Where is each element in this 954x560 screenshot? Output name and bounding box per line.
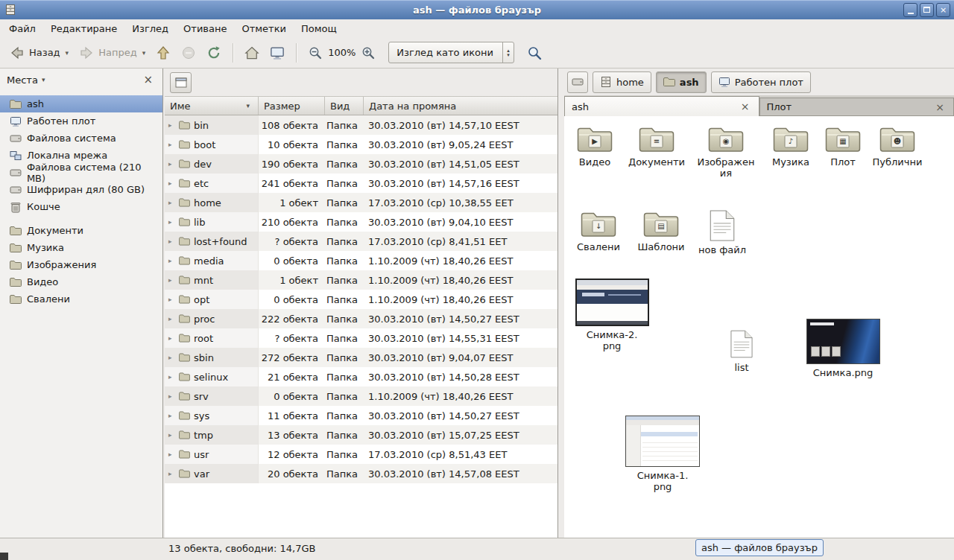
forward-dropdown-icon[interactable]: ▾ [142,49,146,57]
menu-file[interactable]: Файл [1,21,43,36]
expander-icon[interactable]: ▸ [168,431,175,439]
icon-item-templates[interactable]: ▤ Шаблони [631,210,691,252]
file-row-sys[interactable]: ▸sys11 обектаПапка30.03.2010 (вт) 14,50,… [165,406,557,425]
view-mode-select[interactable]: Изглед като икони ▴▾ [388,42,514,63]
pathbar-home-button[interactable]: home [593,71,651,93]
expander-icon[interactable]: ▸ [168,238,175,245]
sidebar-item-1[interactable]: Работен плот [0,112,162,130]
zoom-out-button[interactable] [303,41,328,65]
file-row-mnt[interactable]: ▸mnt1 обектПапка1.10.2009 (чт) 18,40,26 … [165,270,557,290]
file-row-dev[interactable]: ▸dev190 обектаПапка30.03.2010 (вт) 14,51… [165,154,557,174]
sidebar-item-6[interactable]: Кошче [0,198,162,215]
back-button[interactable]: Назад ▾ [4,41,74,65]
title-bar[interactable]: ash — файлов браузър × [0,0,954,20]
expander-icon[interactable]: ▸ [168,315,175,322]
file-row-lib[interactable]: ▸lib210 обектаПапка30.03.2010 (вт) 9,04,… [165,212,557,232]
file-row-usr[interactable]: ▸usr12 обектаПапка17.03.2010 (ср) 8,51,4… [165,445,557,464]
icon-item-snimka[interactable]: Снимка.png [800,319,886,378]
expander-icon[interactable]: ▸ [168,179,175,187]
column-header-type[interactable]: Вид [325,97,364,115]
expander-icon[interactable]: ▸ [168,354,175,361]
icon-item-downloads[interactable]: ↓ Свалени [569,210,628,252]
icon-item-documents[interactable]: ≡ Документи [625,125,688,168]
tab-close-icon[interactable]: × [739,101,752,112]
file-row-root[interactable]: ▸root? обектаПапка30.03.2010 (вт) 14,55,… [165,328,557,348]
sidebar-item-4[interactable]: Файлова система (210 MB) [0,164,162,181]
menu-help[interactable]: Помощ [294,21,344,36]
file-row-lost+found[interactable]: ▸lost+found? обектаПапка17.03.2010 (ср) … [165,232,557,251]
menu-go[interactable]: Отиване [176,21,234,36]
chevron-down-icon[interactable]: ▾ [42,76,45,83]
sidebar-item-10[interactable]: Изображения [0,256,162,273]
expander-icon[interactable]: ▸ [168,334,175,342]
expander-icon[interactable]: ▸ [168,160,175,168]
close-button[interactable]: × [936,3,950,17]
menu-view[interactable]: Изглед [124,21,176,36]
file-row-var[interactable]: ▸var20 обектаПапка30.03.2010 (вт) 14,57,… [165,464,557,483]
expander-icon[interactable]: ▸ [168,392,175,400]
pathbar-ash-button[interactable]: ash [656,71,707,93]
column-header-date[interactable]: Дата на промяна [364,97,557,115]
sidebar-item-9[interactable]: Музика [0,239,162,256]
file-row-bin[interactable]: ▸bin108 обектаПапка30.03.2010 (вт) 14,57… [165,115,557,135]
expander-icon[interactable]: ▸ [168,141,175,148]
maximize-button[interactable] [920,3,934,17]
file-row-media[interactable]: ▸media0 обектаПапка1.10.2009 (чт) 18,40,… [165,251,557,270]
tab-close-icon[interactable]: × [933,101,947,113]
file-row-tmp[interactable]: ▸tmp13 обектаПапка30.03.2010 (вт) 15,07,… [165,425,557,445]
expander-icon[interactable]: ▸ [168,373,175,381]
sidebar-item-11[interactable]: Видео [0,273,162,290]
icon-item-snimka-2[interactable]: Снимка-2.png [572,279,652,351]
sidebar-item-0[interactable]: ash [0,95,162,112]
sidebar-item-2[interactable]: Файлова система [0,130,162,147]
tab-plot[interactable]: Плот × [759,98,954,116]
file-row-sbin[interactable]: ▸sbin272 обектаПапка30.03.2010 (вт) 9,04… [165,348,557,367]
menu-bookmarks[interactable]: Отметки [234,21,293,36]
file-row-etc[interactable]: ▸etc241 обектаПапка30.03.2010 (вт) 14,57… [165,174,557,193]
home-button[interactable] [239,41,265,65]
expander-icon[interactable]: ▸ [168,218,175,226]
sidebar-title[interactable]: Места [7,74,38,86]
forward-button[interactable]: Напред ▾ [74,41,151,65]
pathbar-desktop-button[interactable]: Работен плот [711,71,811,93]
expander-icon[interactable]: ▸ [168,296,175,303]
column-header-size[interactable]: Размер [259,97,325,115]
computer-button[interactable] [265,41,290,65]
taskbar-window-button[interactable]: ash — файлов браузър [695,539,824,556]
icon-item-desktop-folder[interactable]: ▦ Плот [819,125,867,168]
icon-item-new-file[interactable]: нов файл [692,210,752,255]
up-button[interactable] [151,41,176,65]
expander-icon[interactable]: ▸ [168,276,175,284]
minimize-button[interactable] [903,3,917,17]
file-row-opt[interactable]: ▸opt0 обектаПапка1.10.2009 (чт) 18,40,26… [165,290,557,309]
file-row-home[interactable]: ▸home1 обектПапка17.03.2010 (ср) 10,38,5… [165,193,557,212]
icon-item-pictures[interactable]: ◉ Изображения [692,125,759,179]
expander-icon[interactable]: ▸ [168,257,175,264]
search-button[interactable] [522,41,547,65]
icon-item-music[interactable]: ♪ Музика [761,125,821,168]
file-row-srv[interactable]: ▸srv0 обектаПапка1.10.2009 (чт) 18,40,26… [165,386,557,406]
pane-toggle-button[interactable] [170,72,192,93]
expander-icon[interactable]: ▸ [168,121,175,129]
back-dropdown-icon[interactable]: ▾ [66,49,69,57]
file-row-proc[interactable]: ▸proc222 обектаПапка30.03.2010 (вт) 14,5… [165,309,557,328]
icon-item-public[interactable]: ☻ Публични [867,125,928,168]
icon-item-list-file[interactable]: list [715,329,768,373]
sidebar-item-12[interactable]: Свалени [0,290,162,308]
tab-ash[interactable]: ash × [564,96,759,116]
icon-view[interactable]: ▶ Видео ≡ Документи ◉ Изображения ♪ Музи… [564,116,954,538]
expander-icon[interactable]: ▸ [168,470,175,477]
stop-button[interactable] [176,41,201,65]
pathbar-root-button[interactable] [567,71,588,93]
file-row-boot[interactable]: ▸boot10 обектаПапка30.03.2010 (вт) 9,05,… [165,135,557,154]
icon-item-video[interactable]: ▶ Видео [566,125,624,168]
zoom-in-button[interactable] [356,41,381,65]
column-header-name[interactable]: Име ▾ [165,97,259,115]
sidebar-close-icon[interactable]: × [140,74,156,86]
expander-icon[interactable]: ▸ [168,451,175,458]
icon-item-snimka-1[interactable]: Снимка-1.png [621,416,704,492]
menu-edit[interactable]: Редактиране [43,21,124,36]
reload-button[interactable] [201,41,227,65]
sidebar-item-5[interactable]: Шифриран дял (80 GB) [0,181,162,198]
expander-icon[interactable]: ▸ [168,199,175,206]
